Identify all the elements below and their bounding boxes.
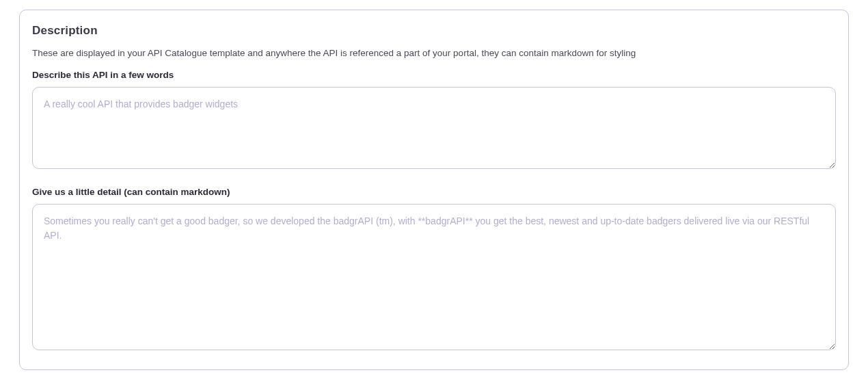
long-description-label: Give us a little detail (can contain mar… [32, 187, 836, 197]
description-panel: Description These are displayed in your … [19, 10, 849, 370]
short-description-label: Describe this API in a few words [32, 70, 836, 80]
long-description-input[interactable] [32, 204, 836, 350]
long-description-group: Give us a little detail (can contain mar… [32, 187, 836, 353]
short-description-group: Describe this API in a few words [32, 70, 836, 172]
panel-subtitle: These are displayed in your API Catalogu… [32, 47, 836, 60]
short-description-input[interactable] [32, 87, 836, 169]
panel-title: Description [32, 24, 836, 38]
